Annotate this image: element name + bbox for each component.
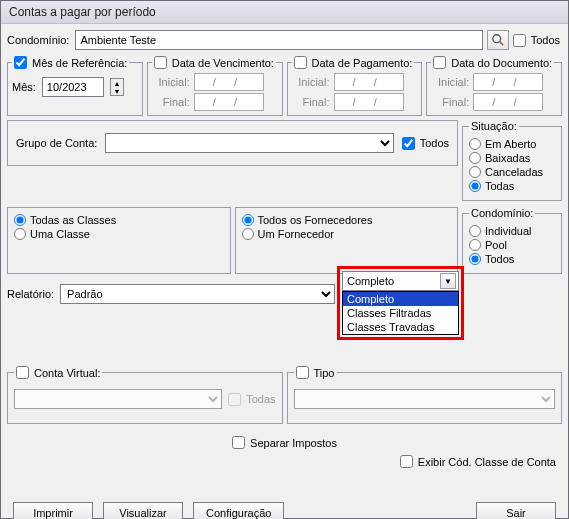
mes-label: Mês: <box>12 81 36 93</box>
cond-individual-radio[interactable]: Individual <box>469 225 555 237</box>
venc-inicial-label: Inicial: <box>152 76 190 88</box>
mes-ref-legend[interactable]: Mês de Referência: <box>12 56 129 69</box>
situacao-canceladas[interactable]: Canceladas <box>469 166 555 178</box>
um-fornecedor-radio[interactable]: Um Fornecedor <box>242 228 452 240</box>
date-row: Mês de Referência: Mês: ▲ ▼ Data de Venc… <box>7 56 562 116</box>
uma-classe-radio[interactable]: Uma Classe <box>14 228 224 240</box>
tipo-relatorio-dropdown[interactable]: Completo Classes Filtradas Classes Trava… <box>342 291 459 335</box>
button-row: Imprimir Visualizar Configuração Sair <box>7 502 562 519</box>
condominio-box-legend: Condomínio: <box>469 207 535 219</box>
tipo-relatorio-combo[interactable]: Completo ▼ <box>342 271 459 291</box>
data-doc-legend[interactable]: Data do Documento: <box>431 56 554 69</box>
conta-virtual-todas: Todas <box>228 393 275 406</box>
mes-input[interactable] <box>42 77 104 97</box>
todos-fornecedores-radio[interactable]: Todos os Fornecedores <box>242 214 452 226</box>
situacao-box: Situação: Em Aberto Baixadas Canceladas … <box>462 120 562 201</box>
tipo-select <box>294 389 556 409</box>
tipo-relatorio-value: Completo <box>347 275 394 287</box>
condominio-box: Condomínio: Individual Pool Todos <box>462 207 562 274</box>
tipo-checkbox[interactable] <box>296 366 309 379</box>
mes-referencia-box: Mês de Referência: Mês: ▲ ▼ <box>7 56 143 116</box>
todas-classes-radio[interactable]: Todas as Classes <box>14 214 224 226</box>
todos-checkbox-label: Todos <box>531 34 560 46</box>
highlight-box: Completo ▼ Completo Classes Filtradas Cl… <box>337 266 464 340</box>
fornecedores-box: Todos os Fornecedores Um Fornecedor <box>235 207 459 274</box>
relatorio-select[interactable]: Padrão <box>60 284 335 304</box>
separar-impostos-checkbox[interactable]: Separar Impostos <box>232 436 337 449</box>
body: Condomínio: Todos Mês de Referência: Mês… <box>1 24 568 519</box>
configuracao-button[interactable]: Configuração <box>193 502 284 519</box>
dropdown-opt-classes-travadas[interactable]: Classes Travadas <box>343 320 458 334</box>
data-doc-checkbox[interactable] <box>433 56 446 69</box>
data-pag-checkbox[interactable] <box>294 56 307 69</box>
grupo-conta-label: Grupo de Conta: <box>16 137 97 149</box>
spinner-up-icon[interactable]: ▲ <box>111 79 123 87</box>
spinner-down-icon[interactable]: ▼ <box>111 87 123 95</box>
grupo-conta-box: Grupo de Conta: Todos <box>7 120 458 166</box>
pag-inicial-label: Inicial: <box>292 76 330 88</box>
conta-virtual-box: Conta Virtual: Todas <box>7 366 283 424</box>
visualizar-button[interactable]: Visualizar <box>103 502 183 519</box>
condominio-input[interactable] <box>75 30 482 50</box>
imprimir-button[interactable]: Imprimir <box>13 502 93 519</box>
data-vencimento-box: Data de Vencimento: Inicial: Final: <box>147 56 283 116</box>
situacao-baixadas[interactable]: Baixadas <box>469 152 555 164</box>
exibir-cod-checkbox[interactable]: Exibir Cód. Classe de Conta <box>400 455 556 468</box>
venc-final-input <box>194 93 264 111</box>
pag-final-input <box>334 93 404 111</box>
todos-checkbox[interactable]: Todos <box>513 34 560 47</box>
doc-final-label: Final: <box>431 96 469 108</box>
mes-ref-checkbox[interactable] <box>14 56 27 69</box>
situacao-legend: Situação: <box>469 120 519 132</box>
dropdown-opt-completo[interactable]: Completo <box>343 292 458 306</box>
doc-inicial-input <box>473 73 543 91</box>
chevron-down-icon[interactable]: ▼ <box>440 273 456 289</box>
conta-virtual-todas-checkbox <box>228 393 241 406</box>
relatorio-label: Relatório: <box>7 288 54 300</box>
data-pagamento-box: Data de Pagamento: Inicial: Final: <box>287 56 423 116</box>
svg-point-0 <box>492 35 500 43</box>
grupo-todos-checkbox[interactable]: Todos <box>402 137 449 150</box>
venc-inicial-input <box>194 73 264 91</box>
conta-virtual-legend[interactable]: Conta Virtual: <box>14 366 102 379</box>
todos-checkbox-input[interactable] <box>513 34 526 47</box>
situacao-todas[interactable]: Todas <box>469 180 555 192</box>
doc-final-input <box>473 93 543 111</box>
dropdown-opt-classes-filtradas[interactable]: Classes Filtradas <box>343 306 458 320</box>
window: Contas a pagar por período Condomínio: T… <box>0 0 569 519</box>
cond-pool-radio[interactable]: Pool <box>469 239 555 251</box>
data-venc-legend[interactable]: Data de Vencimento: <box>152 56 276 69</box>
separar-impostos-input[interactable] <box>232 436 245 449</box>
classes-box: Todas as Classes Uma Classe <box>7 207 231 274</box>
data-documento-box: Data do Documento: Inicial: Final: <box>426 56 562 116</box>
grupo-todos-checkbox-input[interactable] <box>402 137 415 150</box>
cond-todos-radio[interactable]: Todos <box>469 253 555 265</box>
search-button[interactable] <box>487 30 509 50</box>
doc-inicial-label: Inicial: <box>431 76 469 88</box>
data-pag-legend[interactable]: Data de Pagamento: <box>292 56 415 69</box>
situacao-em-aberto[interactable]: Em Aberto <box>469 138 555 150</box>
exibir-cod-input[interactable] <box>400 455 413 468</box>
venc-final-label: Final: <box>152 96 190 108</box>
tipo-box: Tipo <box>287 366 563 424</box>
conta-virtual-select <box>14 389 222 409</box>
tipo-legend[interactable]: Tipo <box>294 366 337 379</box>
pag-final-label: Final: <box>292 96 330 108</box>
grupo-conta-select[interactable] <box>105 133 393 153</box>
data-venc-checkbox[interactable] <box>154 56 167 69</box>
search-icon <box>491 33 505 47</box>
pag-inicial-input <box>334 73 404 91</box>
condominio-row: Condomínio: Todos <box>7 30 562 50</box>
svg-line-1 <box>499 42 503 46</box>
sair-button[interactable]: Sair <box>476 502 556 519</box>
mes-spinner[interactable]: ▲ ▼ <box>110 78 124 96</box>
conta-virtual-checkbox[interactable] <box>16 366 29 379</box>
window-title: Contas a pagar por período <box>1 1 568 24</box>
condominio-label: Condomínio: <box>7 34 69 46</box>
